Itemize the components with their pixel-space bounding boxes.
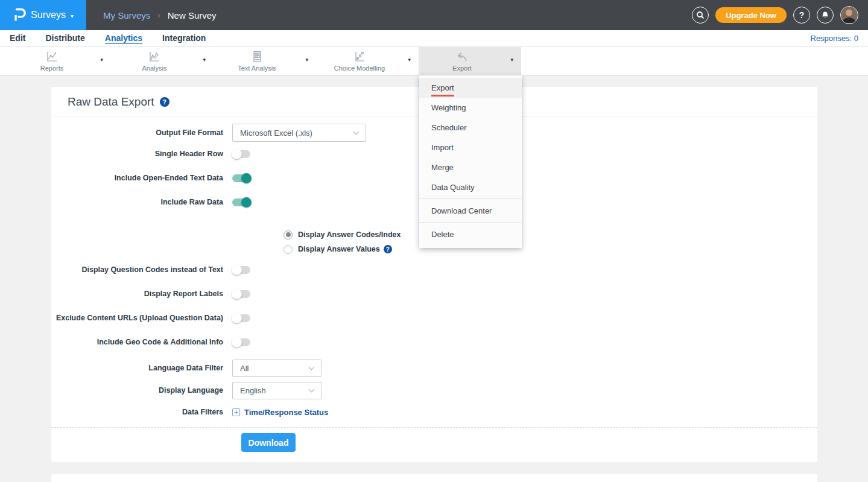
chevron-down-icon [353, 128, 360, 135]
breadcrumb-separator: › [157, 11, 160, 20]
download-button[interactable]: Download [241, 433, 296, 452]
export-share-arrow-icon [455, 50, 469, 63]
analysis-dropdown-caret[interactable]: ▾ [203, 57, 206, 63]
display-report-labels-label: Display Report Labels [51, 290, 232, 298]
menu-item-merge[interactable]: Merge [419, 157, 522, 177]
output-file-format-select[interactable]: Microsoft Excel (.xls) [232, 124, 366, 142]
raw-data-export-help-icon[interactable]: ? [160, 97, 169, 107]
time-response-status-link[interactable]: + Time/Response Status [232, 408, 328, 417]
include-open-ended-toggle[interactable] [232, 174, 250, 182]
export-dropdown-caret[interactable]: ▾ [510, 57, 513, 63]
reports-chart-icon [45, 50, 59, 63]
tab-analytics[interactable]: Analytics [105, 33, 142, 44]
exclude-content-urls-toggle[interactable] [232, 314, 250, 322]
menu-item-export[interactable]: Export [419, 78, 522, 98]
top-header: Surveys ▾ My Surveys › New Survey Upgrad… [0, 0, 868, 30]
display-language-select[interactable]: English [232, 382, 322, 399]
product-name: Surveys [31, 10, 66, 21]
tab-integration[interactable]: Integration [162, 33, 206, 43]
output-file-format-label: Output File Format [51, 128, 232, 137]
single-header-row-toggle[interactable] [232, 150, 250, 158]
toolbar-export[interactable]: Export ▾ [419, 47, 521, 75]
display-language-label: Display Language [51, 386, 232, 395]
display-question-codes-toggle[interactable] [232, 266, 250, 274]
menu-item-scheduler[interactable]: Scheduler [419, 118, 522, 138]
single-header-row-label: Single Header Row [51, 150, 232, 158]
menu-item-weighting[interactable]: Weighting [419, 98, 522, 118]
display-answer-codes-option[interactable]: Display Answer Codes/Index [284, 227, 817, 242]
answer-values-help-icon[interactable]: ? [384, 245, 392, 253]
page: Surveys ▾ My Surveys › New Survey Upgrad… [0, 0, 868, 482]
analysis-chart-icon [148, 50, 161, 63]
menu-item-download-center[interactable]: Download Center [419, 198, 522, 221]
tab-edit[interactable]: Edit [10, 33, 25, 43]
analytics-toolbar: Reports ▾ Analysis ▾ Text Analysis ▾ [0, 47, 868, 76]
radio-button[interactable] [284, 245, 293, 254]
breadcrumb: My Surveys › New Survey [103, 10, 217, 21]
survey-tabs: Edit Distribute Analytics Integration Re… [0, 30, 868, 47]
search-icon[interactable] [692, 7, 709, 24]
export-dropdown-menu: Export Weighting Scheduler Import Merge … [419, 75, 522, 248]
header-actions: Upgrade Now ? [692, 6, 868, 24]
chevron-down-icon [309, 364, 315, 370]
radio-button[interactable] [284, 230, 293, 239]
breadcrumb-current-survey: New Survey [168, 10, 217, 21]
display-report-labels-toggle[interactable] [232, 290, 250, 298]
chevron-down-icon: ▾ [71, 13, 74, 19]
breadcrumb-my-surveys[interactable]: My Surveys [103, 10, 150, 21]
toolbar-choice-modelling[interactable]: Choice Modelling ▾ [316, 47, 419, 75]
plus-icon: + [232, 408, 240, 416]
upgrade-now-button[interactable]: Upgrade Now [715, 7, 787, 23]
language-data-filter-select[interactable]: All [232, 360, 322, 377]
display-answer-values-option[interactable]: Display Answer Values ? [284, 242, 817, 256]
include-geo-code-toggle[interactable] [232, 338, 250, 346]
product-switcher[interactable]: Surveys ▾ [0, 0, 86, 30]
menu-item-data-quality[interactable]: Data Quality [419, 177, 522, 197]
toolbar-text-analysis[interactable]: Text Analysis ▾ [214, 47, 316, 75]
include-raw-data-label: Include Raw Data [51, 198, 232, 206]
choice-modelling-dropdown-caret[interactable]: ▾ [408, 57, 411, 63]
responses-count: Responses: 0 [811, 34, 859, 43]
questionpro-logo-icon [13, 7, 26, 23]
help-icon[interactable]: ? [793, 7, 810, 24]
data-filters-label: Data Filters [51, 408, 232, 416]
menu-item-import[interactable]: Import [419, 138, 522, 157]
menu-item-delete[interactable]: Delete [419, 222, 522, 244]
toolbar-reports[interactable]: Reports ▾ [8, 47, 111, 75]
choice-modelling-scatter-icon [353, 50, 366, 63]
exclude-content-urls-label: Exclude Content URLs (Upload Question Da… [51, 314, 232, 322]
reports-dropdown-caret[interactable]: ▾ [100, 57, 103, 63]
charts-analytics-export-card: Charts & Analytics Export ? [51, 474, 817, 482]
include-geo-code-label: Include Geo Code & Additional Info [51, 338, 232, 346]
tab-distribute[interactable]: Distribute [45, 33, 84, 43]
raw-data-export-title: Raw Data Export [68, 95, 154, 109]
include-raw-data-toggle[interactable] [232, 198, 250, 206]
chevron-down-icon [309, 386, 315, 392]
text-analysis-dropdown-caret[interactable]: ▾ [305, 57, 308, 63]
notifications-bell-icon[interactable] [817, 7, 834, 24]
language-data-filter-label: Language Data Filter [51, 364, 232, 372]
user-avatar[interactable] [840, 6, 858, 24]
include-open-ended-label: Include Open-Ended Text Data [51, 174, 232, 182]
toolbar-analysis[interactable]: Analysis ▾ [111, 47, 214, 75]
display-question-codes-label: Display Question Codes instead of Text [51, 265, 232, 274]
text-analysis-document-icon [252, 50, 262, 63]
